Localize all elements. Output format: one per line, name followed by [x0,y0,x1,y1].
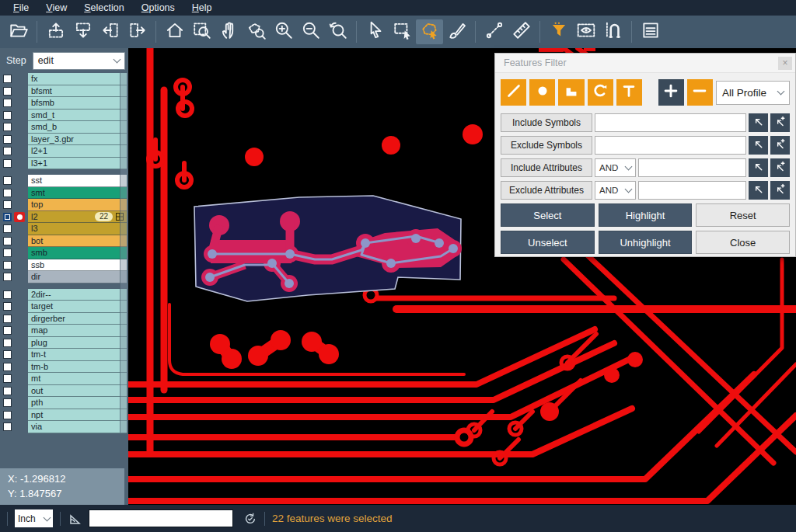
pick-from-canvas-button[interactable] [749,158,768,177]
layer-label[interactable]: bfsmb [28,97,127,110]
filter-value-input[interactable] [595,113,746,132]
layer-checkbox[interactable] [3,147,12,155]
layer-checkbox[interactable] [3,213,12,221]
filter-shape-pad-button[interactable] [529,79,555,106]
layer-label[interactable]: ssb [28,259,127,272]
layer-label[interactable]: smd_b [28,121,127,134]
layer-label[interactable]: l222 [28,211,127,224]
step-select[interactable]: edit [33,52,125,70]
toolbar-zoom-out-button[interactable] [297,19,324,44]
filter-shape-surface-button[interactable] [558,79,584,106]
toolbar-zoom-window-button[interactable] [188,19,215,44]
layer-label[interactable]: smt [28,187,127,200]
filter-shape-line-button[interactable] [501,79,526,106]
layer-checkbox[interactable] [3,99,12,107]
layer-checkbox[interactable] [3,290,12,299]
logic-operator-select[interactable]: AND [595,181,636,200]
filter-value-input[interactable] [638,181,746,200]
layer-label[interactable]: l2+1 [28,145,127,158]
logic-operator-select[interactable]: AND [595,158,636,177]
unselect-button[interactable]: Unselect [501,231,595,254]
filter-row-label-button[interactable]: Include Symbols [501,113,592,132]
layer-label[interactable]: via [28,421,127,433]
pick-add-from-canvas-button[interactable] [770,158,790,177]
layer-label[interactable]: pth [28,397,127,409]
layer-label[interactable]: tm-t [28,349,127,361]
pick-add-from-canvas-button[interactable] [770,136,790,155]
toolbar-pan-hand-button[interactable] [215,19,243,44]
layer-checkbox[interactable] [3,123,12,131]
layer-checkbox[interactable] [3,387,12,395]
reset-button[interactable]: Reset [696,203,790,227]
layer-checkbox[interactable] [3,350,12,359]
toolbar-pan-up-button[interactable] [42,19,69,44]
pick-from-canvas-button[interactable] [749,181,768,200]
pick-add-from-canvas-button[interactable] [770,113,790,132]
angle-measure-icon[interactable] [68,511,83,527]
filter-value-input[interactable] [638,158,746,177]
toolbar-snap-button[interactable] [599,19,627,44]
layer-label[interactable]: 2dir-- [28,289,127,301]
layer-checkbox[interactable] [3,398,12,407]
pick-from-canvas-button[interactable] [749,136,768,155]
layer-label[interactable]: l3+1 [28,158,127,170]
highlight-button[interactable]: Highlight [599,203,693,227]
layer-label[interactable]: sst [28,175,127,187]
layer-checkbox[interactable] [3,159,12,168]
layer-checkbox[interactable] [3,315,12,323]
layer-label[interactable]: top [28,199,127,211]
menu-help[interactable]: Help [183,0,221,16]
toolbar-zoom-in-button[interactable] [270,19,297,44]
layer-checkbox[interactable] [3,189,12,197]
layer-checkbox[interactable] [3,200,12,209]
toolbar-pan-left-button[interactable] [96,19,124,44]
layer-checkbox[interactable] [3,87,12,96]
menu-options[interactable]: Options [133,0,183,16]
layer-label[interactable]: out [28,385,127,398]
profile-select[interactable]: All Profile [716,81,790,105]
layer-checkbox[interactable] [3,374,12,383]
layer-label[interactable]: smb [28,247,127,259]
layer-checkbox[interactable] [3,261,12,269]
toolbar-pan-right-button[interactable] [124,19,151,44]
layer-checkbox[interactable] [3,249,12,257]
layer-label[interactable]: bfsmt [28,85,127,98]
layer-checkbox[interactable] [3,75,12,83]
toolbar-polygon-select-button[interactable] [416,19,443,44]
dialog-titlebar[interactable]: Features Filter × [495,54,795,73]
close-button[interactable]: Close [696,231,790,254]
layer-label[interactable]: layer_3.gbr [28,134,127,146]
toolbar-zoom-previous-button[interactable] [324,19,351,44]
filter-row-label-button[interactable]: Exclude Symbols [501,136,592,155]
toolbar-rectangle-select-button[interactable] [389,19,416,44]
layer-checkbox[interactable] [3,422,12,431]
menu-selection[interactable]: Selection [75,0,132,16]
layer-label[interactable]: bot [28,235,127,248]
toolbar-filter-button[interactable] [545,19,572,44]
filter-mode-remove-button[interactable] [687,79,713,106]
layer-label[interactable]: plug [28,337,127,349]
toolbar-measure-line-button[interactable] [480,19,508,44]
layer-label[interactable]: fx [28,73,127,85]
filter-row-label-button[interactable]: Exclude Attributes [501,181,592,200]
layer-label[interactable]: dirgerber [28,313,127,325]
active-layer-indicator[interactable] [14,212,25,222]
layer-checkbox[interactable] [3,363,12,371]
toolbar-zoom-polygon-button[interactable] [243,19,270,44]
layer-label[interactable]: smd_t [28,110,127,122]
layer-checkbox[interactable] [3,273,12,281]
toolbar-view-options-button[interactable] [572,19,599,44]
layer-label[interactable]: dir [28,271,127,283]
layer-checkbox[interactable] [3,111,12,120]
layer-label[interactable]: map [28,325,127,337]
layer-checkbox[interactable] [3,339,12,347]
layer-label[interactable]: mt [28,373,127,385]
toolbar-pan-down-button[interactable] [69,19,96,44]
units-select[interactable]: Inch [15,509,53,527]
layer-checkbox[interactable] [3,135,12,144]
layer-checkbox[interactable] [3,176,12,185]
layer-label[interactable]: tm-b [28,361,127,374]
layer-checkbox[interactable] [3,237,12,245]
menu-file[interactable]: File [5,0,37,16]
layer-checkbox[interactable] [3,224,12,233]
